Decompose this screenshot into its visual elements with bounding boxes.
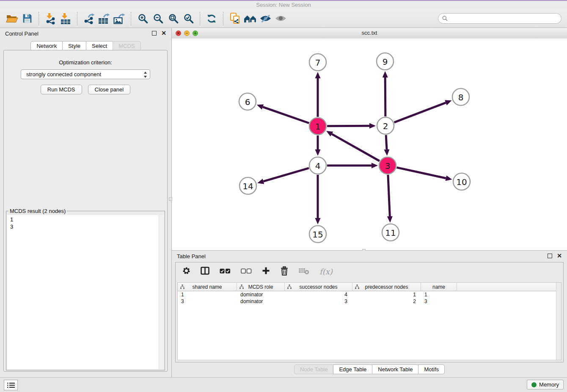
column-type-icon — [239, 284, 244, 289]
mcds-result-list[interactable]: 13 — [7, 215, 164, 369]
save-session-icon[interactable] — [19, 11, 35, 26]
table-panel: Table Panel ✕ — [172, 251, 567, 378]
select-stepper-icon — [143, 71, 147, 81]
table-settings-icon[interactable] — [182, 267, 190, 276]
table-row[interactable]: 1dominator411 — [178, 291, 561, 298]
column-header-successor-nodes[interactable]: successor nodes — [285, 283, 352, 291]
tab-network[interactable]: Network — [30, 41, 63, 51]
graph-edge-3-1[interactable] — [332, 134, 380, 161]
export-table-icon[interactable] — [96, 11, 112, 26]
app-window: Session: New Session — [0, 0, 567, 392]
network-view-title: scc.txt — [172, 28, 567, 38]
network-graph: 7968124314101511 — [172, 39, 567, 251]
toolbar-separator — [77, 12, 77, 25]
control-panel-tabs: NetworkStyleSelectMCDS — [0, 41, 171, 51]
search-box[interactable] — [438, 13, 561, 24]
tab-mcds[interactable]: MCDS — [113, 41, 140, 51]
column-type-icon — [287, 284, 292, 289]
control-panel-close-button[interactable]: ✕ — [161, 31, 166, 36]
network-view-titlebar[interactable]: ✕ − + scc.txt — [172, 28, 567, 39]
close-panel-button[interactable]: Close panel — [88, 85, 131, 94]
cell-successor-nodes: 3 — [285, 298, 352, 304]
graph-node-label-2: 2 — [383, 121, 388, 131]
tab-motifs[interactable]: Motifs — [418, 364, 445, 374]
window-maximize-icon[interactable]: + — [193, 30, 198, 36]
select-all-icon[interactable] — [220, 268, 231, 276]
export-image-icon[interactable] — [112, 11, 127, 26]
tab-network-table[interactable]: Network Table — [372, 364, 418, 374]
zoom-in-icon[interactable] — [135, 11, 150, 26]
table-panel-close-button[interactable]: ✕ — [557, 254, 562, 258]
cell-predecessor-nodes: 2 — [352, 298, 421, 304]
splitter-grip-vertical[interactable] — [169, 197, 172, 201]
tab-node-table[interactable]: Node Table — [294, 364, 334, 374]
column-header-shared-name[interactable]: shared name — [178, 283, 237, 291]
task-history-button[interactable] — [4, 380, 18, 390]
run-mcds-button[interactable]: Run MCDS — [41, 85, 82, 94]
memory-button[interactable]: Memory — [527, 380, 564, 389]
duplicate-network-icon[interactable] — [227, 11, 242, 26]
graph-edge-1-6[interactable] — [263, 107, 309, 123]
open-session-icon[interactable] — [4, 11, 19, 26]
graph-edge-3-10[interactable] — [396, 168, 446, 178]
hide-graphics-eye-icon[interactable] — [258, 11, 273, 26]
zoom-fit-icon[interactable] — [165, 11, 181, 26]
delete-table-icon[interactable] — [299, 267, 309, 276]
graph-edge-arrowhead — [257, 179, 264, 184]
result-scrollbar[interactable] — [159, 215, 164, 369]
tab-select[interactable]: Select — [86, 41, 113, 51]
cell-mcds-role: dominator — [237, 298, 285, 304]
table-panel-float-button[interactable] — [548, 254, 552, 258]
home-view-icon[interactable] — [242, 11, 258, 26]
cell-shared-name: 3 — [178, 298, 237, 304]
optimization-criterion-select[interactable]: strongly connected component — [21, 69, 150, 79]
search-input[interactable] — [450, 15, 557, 22]
table-panel-title: Table Panel — [177, 253, 206, 259]
toolbar-separator — [131, 12, 131, 25]
split-panel-icon[interactable] — [201, 267, 209, 276]
graph-node-label-6: 6 — [245, 97, 250, 107]
column-header-name[interactable]: name — [421, 283, 457, 291]
column-header-mcds-role[interactable]: MCDS role — [237, 283, 285, 291]
graph-edge-arrowhead — [445, 176, 452, 181]
column-type-icon — [180, 284, 184, 289]
graph-edge-2-9[interactable] — [385, 77, 385, 116]
graph-edge-arrowhead — [383, 71, 388, 77]
refresh-view-icon[interactable] — [204, 11, 219, 26]
graph-node-label-1: 1 — [315, 121, 321, 132]
graph-node-label-15: 15 — [312, 229, 323, 240]
node-table: shared nameMCDS rolesuccessor nodesprede… — [177, 282, 561, 360]
graph-edge-1-2[interactable] — [327, 126, 369, 126]
graph-edge-2-8[interactable] — [394, 103, 446, 123]
optimization-criterion-label: Optimization criterion: — [4, 59, 167, 66]
show-graphics-eye-icon[interactable] — [273, 11, 288, 26]
control-panel-float-button[interactable] — [152, 31, 157, 36]
column-header-predecessor-nodes[interactable]: predecessor nodes — [352, 283, 421, 291]
deselect-all-icon[interactable] — [241, 268, 252, 276]
window-close-icon[interactable]: ✕ — [176, 30, 181, 36]
window-minimize-icon[interactable]: − — [184, 30, 190, 36]
graph-edge-arrowhead — [315, 72, 321, 78]
graph-edge-arrowhead — [384, 149, 389, 156]
delete-entry-icon[interactable] — [280, 266, 289, 277]
tab-edge-table[interactable]: Edge Table — [333, 364, 372, 374]
table-row[interactable]: 3dominator323 — [178, 298, 561, 305]
zoom-selected-icon[interactable] — [181, 11, 196, 26]
graph-edge-2-3[interactable] — [386, 135, 387, 149]
network-canvas[interactable]: 7968124314101511 — [172, 39, 567, 250]
zoom-out-icon[interactable] — [150, 11, 165, 26]
import-network-icon[interactable] — [43, 11, 58, 26]
add-entry-icon[interactable] — [262, 267, 270, 276]
graph-edge-4-14[interactable] — [263, 168, 308, 181]
cell-mcds-role: dominator — [237, 292, 285, 298]
function-builder-icon[interactable]: f(x) — [319, 267, 333, 276]
table-panel-box: f(x) shared nameMCDS rolesuccessor nodes… — [175, 262, 564, 362]
export-network-icon[interactable] — [81, 11, 96, 26]
tab-style[interactable]: Style — [62, 41, 86, 51]
control-panel: Control Panel ✕ NetworkStyleSelectMCDS O… — [0, 28, 172, 378]
import-table-icon[interactable] — [58, 11, 73, 26]
graph-edge-3-11[interactable] — [388, 175, 390, 216]
toolbar-separator — [200, 12, 200, 25]
graph-node-label-3: 3 — [385, 161, 391, 171]
table-scrollbar[interactable] — [556, 283, 561, 360]
